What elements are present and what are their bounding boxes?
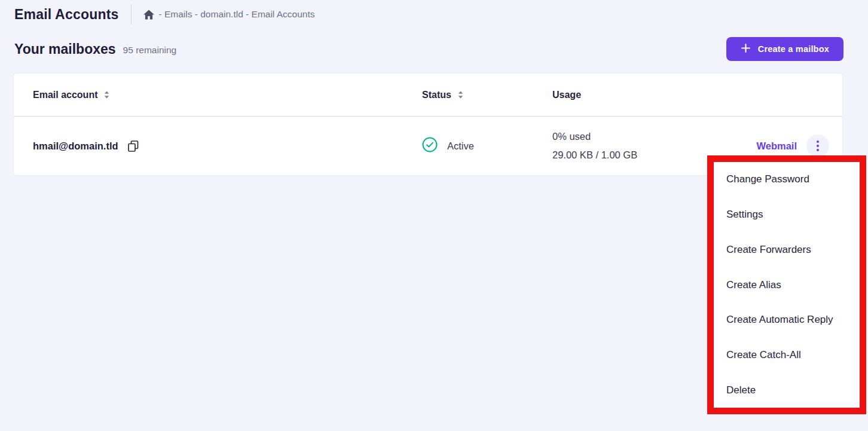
menu-item-create-forwarders[interactable]: Create Forwarders [714,232,860,267]
menu-item-settings[interactable]: Settings [714,197,860,233]
section-heading: Your mailboxes [14,41,116,57]
column-label-usage: Usage [552,90,581,100]
page-title: Email Accounts [14,7,119,23]
table-header-row: Email account Status Usage [14,74,842,117]
menu-item-change-password[interactable]: Change Password [714,162,860,197]
email-address: hmail@domain.tld [33,140,118,152]
page-header: Email Accounts - Emails - domain.tld - E… [14,0,315,29]
column-header-usage: Usage [552,90,726,100]
copy-icon[interactable] [127,140,139,152]
status-cell: Active [422,137,552,155]
menu-item-create-automatic-reply[interactable]: Create Automatic Reply [714,302,860,338]
row-actions-dropdown: Change Password Settings Create Forwarde… [707,155,866,414]
column-label-status: Status [422,90,451,100]
mailboxes-toolbar: Your mailboxes 95 remaining Create a mai… [14,35,843,63]
active-check-icon [422,137,438,155]
sort-icon[interactable] [457,90,464,99]
create-mailbox-button[interactable]: Create a mailbox [726,37,843,61]
usage-cell: 0% used 29.00 KB / 1.00 GB [552,127,726,164]
mailboxes-remaining-badge: 95 remaining [123,45,177,56]
webmail-link[interactable]: Webmail [756,140,797,152]
column-label-email-account: Email account [33,90,97,100]
plus-icon [741,43,751,55]
menu-item-create-alias[interactable]: Create Alias [714,267,860,302]
breadcrumb-text: - Emails - domain.tld - Email Accounts [159,9,315,20]
email-account-cell: hmail@domain.tld [14,140,422,152]
create-mailbox-label: Create a mailbox [758,44,829,54]
breadcrumb[interactable]: - Emails - domain.tld - Email Accounts [143,9,315,20]
menu-item-create-catch-all[interactable]: Create Catch-All [714,338,860,373]
column-header-status: Status [422,90,552,100]
header-divider [131,4,132,25]
status-badge: Active [447,140,474,152]
row-actions-cell: Webmail [726,135,842,157]
menu-item-delete[interactable]: Delete [714,372,860,408]
home-icon[interactable] [143,10,154,20]
kebab-menu-icon[interactable] [806,135,829,157]
usage-percent: 0% used [552,127,726,146]
usage-detail: 29.00 KB / 1.00 GB [552,146,726,164]
column-header-email-account: Email account [14,90,422,100]
sort-icon[interactable] [103,90,110,99]
